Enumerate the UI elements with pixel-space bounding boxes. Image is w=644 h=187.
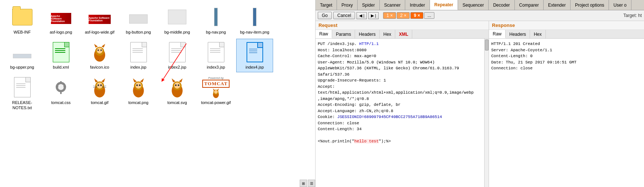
svg-point-28 [139,84,141,86]
grid-view-icon[interactable]: ⊞ [300,180,307,187]
svg-rect-9 [60,81,62,84]
burp-content-area: Request Raw Params Headers Hex XML PUT /… [316,21,644,187]
svg-marker-19 [101,78,105,82]
list-item[interactable]: favicon.ico [81,39,118,72]
go-button[interactable]: Go [318,12,332,19]
tab-repeater[interactable]: Repeater [430,0,458,10]
tab-spider[interactable]: Spider [358,0,380,10]
list-item[interactable]: bg-upper.png [4,39,41,72]
tab-target[interactable]: Target [316,0,337,10]
svg-point-27 [136,84,138,86]
file-label: bg-button.png [126,30,151,35]
nav-next-button[interactable]: ▶ | [368,12,379,19]
request-tab-hex[interactable]: Hex [380,30,395,38]
response-tab-hex[interactable]: Hex [530,30,545,38]
response-body-text[interactable]: HTTP/1.1 201 Created Server: Apache-Coyo… [489,39,644,187]
svg-marker-29 [133,78,137,82]
request-tab-headers[interactable]: Headers [355,30,379,38]
list-item[interactable]: bg-middle.png [159,4,196,37]
file-label: tomcat.png [128,100,148,105]
repeater-tab-2[interactable]: 2 × [397,12,410,19]
file-label: bg-nav-item.png [240,30,269,35]
list-item[interactable]: tomcat.css [42,74,79,113]
svg-point-15 [96,82,103,89]
response-header: Response [489,21,644,30]
tab-project-options[interactable]: Project options [571,0,609,10]
tab-comparer[interactable]: Comparer [515,0,544,10]
repeater-toolbar: Go Cancel ◀ | ▶ | 1 × 2 × 9 × ... Target… [316,10,644,21]
tab-intruder[interactable]: Intruder [405,0,430,10]
response-tab-headers[interactable]: Headers [506,30,530,38]
request-body-text[interactable]: PUT /index3.jsp. HTTP/1.1 Host: localhos… [316,39,484,187]
file-label: index.jsp [130,65,146,70]
tab-user-options[interactable]: User o [609,0,631,10]
list-item[interactable]: tomcat.gif [81,74,118,113]
nav-prev-button[interactable]: ◀ | [357,12,367,19]
list-item[interactable]: bg-nav.png [197,4,234,37]
list-item[interactable]: Powered by TOMCAT tomcat-power.gif [197,74,234,113]
status-bar: ⊞ ☰ [300,180,315,187]
repeater-session-tabs: 1 × 2 × 9 × ... [383,12,434,19]
png-icon: Apache Software Foundation [50,6,72,28]
svg-rect-12 [63,86,66,87]
file-label: bg-nav.png [206,30,226,35]
request-scrollbar[interactable] [484,39,489,187]
jsp-file-icon [205,41,227,63]
file-label: index4.jsp [245,65,264,70]
tab-extender[interactable]: Extender [544,0,571,10]
xml-file-icon [50,41,72,63]
file-label: asf-logo.png [50,30,72,35]
svg-point-35 [178,84,179,86]
file-label: favicon.ico [90,65,109,70]
tab-sequencer[interactable]: Sequencer [458,0,489,10]
list-item[interactable]: index4.jsp [236,39,273,72]
file-label: WEB-INF [14,30,31,35]
request-tab-raw[interactable]: Raw [316,30,332,38]
tab-decoder[interactable]: Decoder [489,0,514,10]
file-label: bg-middle.png [164,30,190,35]
file-label: RELEASE-NOTES.txt [6,100,38,111]
repeater-tab-more[interactable]: ... [424,12,434,19]
svg-marker-36 [172,78,175,82]
request-tab-params[interactable]: Params [332,30,355,38]
file-grid: WEB-INF Apache Software Foundation asf-l… [0,0,315,116]
list-item[interactable]: index3.jsp [197,39,234,72]
list-item[interactable]: Apache Software Foundation asf-logo-wide… [81,4,118,37]
request-tabs: Raw Params Headers Hex XML [316,30,489,39]
list-view-icon[interactable]: ☰ [308,180,315,187]
file-label: index2.jsp [168,65,186,70]
list-item[interactable]: index2.jsp [159,39,196,72]
file-label: bg-upper.png [10,65,34,70]
response-panel: Response Raw Headers Hex HTTP/1.1 201 Cr… [489,21,644,187]
request-tab-xml[interactable]: XML [395,30,412,38]
list-item[interactable]: RELEASE-NOTES.txt [4,74,41,113]
list-item[interactable]: Apache Software Foundation asf-logo.png [42,4,79,37]
txt-file-icon [11,76,33,98]
list-item[interactable]: tomcat.png [120,74,157,113]
repeater-tab-1[interactable]: 1 × [383,12,396,19]
list-item[interactable]: bg-nav-item.png [236,4,273,37]
tab-scanner[interactable]: Scanner [380,0,406,10]
file-label: tomcat.svg [167,100,187,105]
request-body-container: PUT /index3.jsp. HTTP/1.1 Host: localhos… [316,39,489,187]
target-info: Target: ht [623,13,642,18]
svg-point-16 [97,84,99,86]
list-item[interactable]: index.jsp [120,39,157,72]
list-item[interactable]: bg-button.png [120,4,157,37]
repeater-tab-9[interactable]: 9 × [410,12,423,19]
request-panel: Request Raw Params Headers Hex XML PUT /… [316,21,489,187]
list-item[interactable]: tomcat.svg [159,74,196,113]
list-item[interactable]: WEB-INF [4,4,41,37]
svg-point-33 [174,82,180,89]
response-tab-raw[interactable]: Raw [489,30,506,38]
jsp-file-icon-selected [244,41,266,63]
png-icon [127,6,149,28]
request-header: Request [316,21,489,30]
cancel-button[interactable]: Cancel [333,12,355,19]
svg-point-8 [58,84,64,90]
svg-point-34 [175,84,177,86]
gif-icon: Apache Software Foundation [89,6,111,28]
svg-marker-5 [94,44,98,48]
list-item[interactable]: build.xml [42,39,79,72]
tab-proxy[interactable]: Proxy [337,0,358,10]
